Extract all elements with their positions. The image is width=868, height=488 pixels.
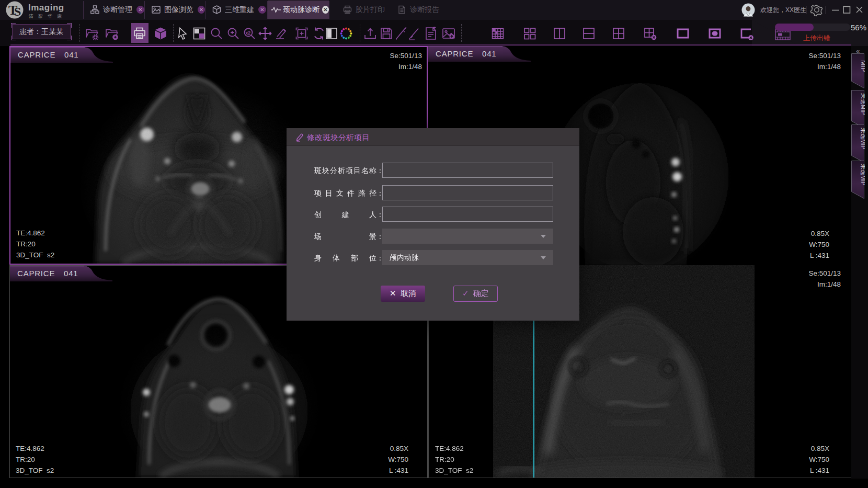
svg-text:未选MIP: 未选MIP <box>860 128 865 150</box>
svg-text:041: 041 <box>482 49 496 58</box>
svg-text:清影华康: 清影华康 <box>28 14 66 19</box>
svg-text:CAPRICE: CAPRICE <box>436 49 473 58</box>
svg-text:未选MIP: 未选MIP <box>860 164 865 186</box>
svg-text:未选MIP: 未选MIP <box>860 93 865 115</box>
svg-text:CAPRICE: CAPRICE <box>18 50 55 59</box>
svg-text:MIP: MIP <box>860 60 865 72</box>
svg-text:S: S <box>14 5 21 18</box>
svg-text:041: 041 <box>64 50 78 59</box>
svg-text:Imaging: Imaging <box>28 3 64 13</box>
svg-text:x2: x2 <box>246 30 251 36</box>
svg-text:欢迎您，XX医生: 欢迎您，XX医生 <box>760 6 806 14</box>
svg-text:041: 041 <box>64 269 78 278</box>
svg-text:CAPRICE: CAPRICE <box>17 269 55 278</box>
